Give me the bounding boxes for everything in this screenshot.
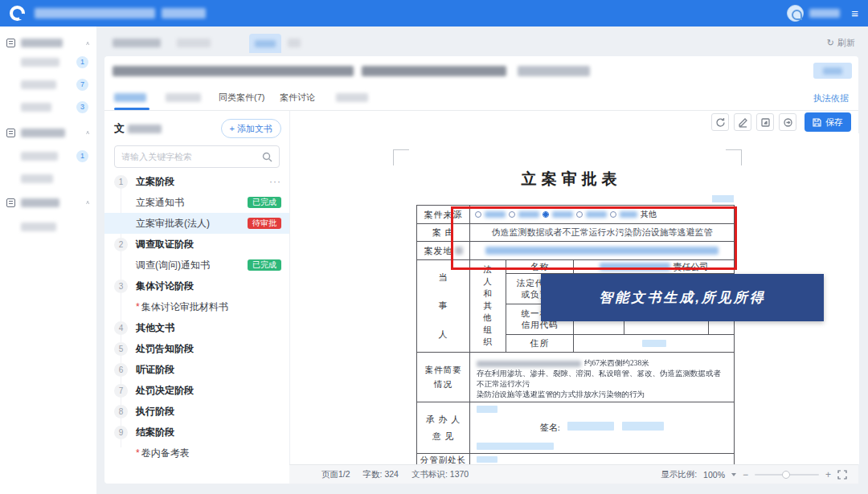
doc-row[interactable]: * 集体讨论审批材料书: [104, 296, 289, 317]
doc-row-selected[interactable]: 立案审批表(法人) 待审批: [104, 213, 289, 234]
more-actions-icon[interactable]: ···: [269, 176, 281, 187]
doc-row[interactable]: 调查(询问)通知书 已完成: [104, 255, 289, 276]
signature-redacted: [622, 422, 664, 431]
zoom-out-button[interactable]: −: [743, 469, 748, 480]
username-redacted: [809, 9, 840, 18]
deputy-value[interactable]: [470, 454, 735, 464]
tab-documents[interactable]: [114, 85, 149, 110]
signature-button[interactable]: [734, 113, 751, 131]
stage-row[interactable]: 8 执行阶段: [104, 401, 289, 422]
sidebar-item[interactable]: 7: [0, 76, 96, 93]
sidebar-group-2[interactable]: ∧: [0, 124, 96, 141]
promo-banner: 智能文书生成,所见所得: [541, 274, 824, 321]
deputy-label: 分管副处长: [417, 454, 470, 464]
search-input[interactable]: [121, 152, 262, 161]
group-label-redacted: [21, 39, 63, 47]
group-label-redacted: [21, 129, 65, 137]
count-badge: 1: [76, 150, 88, 162]
zoom-dropdown-icon[interactable]: [731, 473, 736, 476]
case-info-bar: [104, 56, 858, 85]
brief-value[interactable]: 约67米西侧约238米 存在利用渗坑、渗井、裂隙、溶洞、私设暗管、篡改、伪造监测…: [470, 353, 735, 402]
export-button[interactable]: [756, 113, 774, 131]
settings-button[interactable]: [813, 63, 852, 79]
sidebar-item[interactable]: 3: [0, 98, 96, 116]
chevron-up-icon: ∧: [85, 199, 90, 205]
stage-row[interactable]: 4 其他文书: [104, 317, 289, 338]
add-document-button[interactable]: + 添加文书: [221, 119, 281, 138]
search-box: [114, 145, 280, 168]
panel-title-redacted: [128, 125, 162, 133]
status-badge: 待审批: [248, 218, 281, 229]
law-basis-link[interactable]: 执法依据: [813, 92, 849, 104]
sidebar-group-3[interactable]: ∧: [0, 194, 96, 211]
signature-icon: [738, 117, 748, 128]
org-type-label: 法人和其他组织: [470, 260, 506, 353]
doc-row[interactable]: * 卷内备考表: [104, 443, 289, 463]
case-tab-row: 同类案件(7) 案件讨论 执法依据: [104, 85, 858, 111]
stage-row[interactable]: 9 结案阶段: [104, 422, 289, 443]
save-icon: [813, 118, 821, 127]
sidebar-group-1[interactable]: ∧: [0, 34, 96, 51]
stage-row[interactable]: 2 调查取证阶段: [104, 234, 289, 255]
sync-button[interactable]: [779, 113, 796, 131]
sidebar-item[interactable]: 1: [0, 147, 96, 165]
zoom-slider-knob[interactable]: [782, 471, 790, 479]
sidebar-item[interactable]: [0, 169, 96, 187]
refresh-link[interactable]: ↻ 刷新: [827, 37, 855, 49]
count-badge: 3: [76, 101, 88, 113]
hamburger-menu-icon[interactable]: ≡: [851, 6, 858, 20]
stage-row[interactable]: 3 集体讨论阶段: [104, 276, 289, 296]
ai-highlight-box: [451, 206, 737, 270]
workspace-tab-strip: ↻ 刷新: [104, 32, 858, 55]
stage-row[interactable]: 7 处罚决定阶段: [104, 380, 289, 401]
app-title-redacted: [162, 8, 206, 18]
page-corner-mark: [726, 149, 742, 165]
folder-icon: [6, 39, 15, 47]
sidebar-item[interactable]: 1: [0, 53, 96, 71]
tab-similar-cases[interactable]: 同类案件(7): [219, 85, 264, 110]
refresh-icon: ↻: [827, 38, 834, 48]
save-button[interactable]: 保存: [805, 112, 851, 132]
address-label: 住所: [506, 335, 574, 353]
doc-row[interactable]: 立案通知书 已完成: [104, 192, 289, 213]
zoom-value[interactable]: 100%: [703, 470, 725, 480]
panel-title: 文: [114, 121, 125, 136]
document-title: 立案审批表: [391, 169, 752, 190]
tab-case-discussion[interactable]: 案件讨论: [280, 85, 315, 110]
sign-label: 签名:: [540, 423, 560, 432]
zoom-in-button[interactable]: +: [825, 469, 831, 480]
main-card: 同类案件(7) 案件讨论 执法依据 文 + 添加文书 1 立案阶段 ··· 立案…: [104, 56, 858, 484]
stage-row[interactable]: 5 处罚告知阶段: [104, 338, 289, 359]
address-value[interactable]: [574, 335, 735, 353]
breadcrumb-redacted[interactable]: [113, 39, 161, 47]
required-mark: *: [136, 301, 140, 312]
sidebar-item[interactable]: [0, 218, 96, 235]
case-title-redacted: [113, 66, 354, 76]
stage-row[interactable]: 6 听证阶段: [104, 359, 289, 380]
active-workspace-tab[interactable]: [249, 34, 281, 53]
status-badge: 已完成: [248, 197, 281, 208]
tab-close-redacted[interactable]: [288, 39, 301, 47]
group-label-redacted: [21, 198, 59, 207]
sign-date-redacted: [477, 443, 554, 450]
word-count: 字数: 324: [363, 469, 399, 480]
zoom-slider[interactable]: [755, 474, 819, 476]
refresh-doc-button[interactable]: [711, 113, 729, 131]
fit-screen-icon[interactable]: [837, 470, 847, 480]
user-avatar[interactable]: [787, 5, 804, 22]
app-logo-icon: [10, 6, 25, 21]
stage-row[interactable]: 1 立案阶段 ···: [104, 171, 289, 192]
handler-opinion[interactable]: 签名:: [470, 402, 735, 454]
left-sidebar: ∧ 1 7 3 ∧ 1 ∧: [0, 27, 96, 494]
tab-redacted[interactable]: [336, 85, 371, 110]
document-canvas[interactable]: 立案审批表 案件来源 其他 案 由 伪造监测数据或者不正常运行水污染防治设施等逃…: [290, 133, 859, 464]
document-preview: 保存 立案审批表 案件来源 其他 案 由 伪: [289, 111, 858, 464]
tab-redacted[interactable]: [166, 85, 204, 110]
search-icon[interactable]: [262, 152, 272, 162]
document-tree-panel: 文 + 添加文书 1 立案阶段 ··· 立案通知书 已完成 立案审批表(法人) …: [104, 111, 289, 466]
doc-id: 文书标识: 1370: [411, 469, 469, 480]
brief-label: 案件简要情况: [417, 353, 470, 402]
breadcrumb-redacted[interactable]: [177, 39, 211, 47]
handler-label: 承 办 人意 见: [417, 402, 470, 454]
document-icon: [6, 198, 15, 207]
